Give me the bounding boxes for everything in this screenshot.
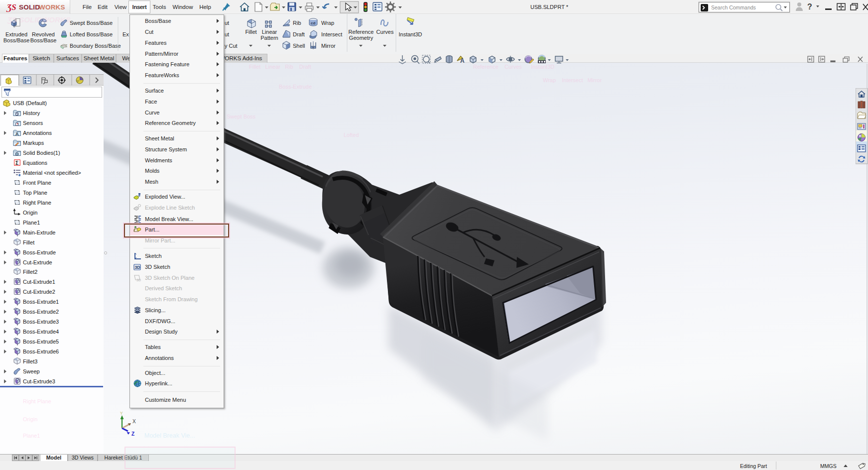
svg-text:ƷS: ƷS: [6, 2, 16, 12]
svg-text:SOLID: SOLID: [19, 3, 40, 11]
svg-text:Boundary Boss/Base: Boundary Boss/Base: [70, 43, 121, 49]
svg-text:WORKS: WORKS: [39, 3, 65, 11]
svg-text:A: A: [15, 131, 19, 136]
svg-text:Reference: Reference: [349, 29, 374, 35]
svg-text:Revolved: Revolved: [32, 31, 55, 37]
svg-text:Curves: Curves: [376, 29, 394, 35]
svg-text:Rib: Rib: [293, 20, 301, 26]
svg-text:Pattern: Pattern: [260, 35, 278, 41]
svg-text:Mirror: Mirror: [321, 43, 336, 49]
svg-text:Draft: Draft: [293, 31, 305, 37]
svg-text:cd: cd: [311, 21, 315, 25]
svg-text:Σ: Σ: [15, 160, 18, 166]
svg-text:Instant3D: Instant3D: [398, 31, 422, 37]
svg-text:Ex: Ex: [123, 31, 129, 37]
svg-text:Boss/Base: Boss/Base: [30, 37, 57, 43]
svg-text:X: X: [132, 419, 136, 424]
svg-text:Intersect: Intersect: [321, 31, 342, 37]
svg-text:Shell: Shell: [293, 43, 305, 49]
svg-text:Z: Z: [131, 431, 134, 437]
svg-text:Extruded: Extruded: [5, 31, 27, 37]
svg-text:Fillet: Fillet: [245, 29, 256, 35]
svg-text:Geometry: Geometry: [349, 35, 373, 41]
svg-text:A: A: [460, 57, 465, 64]
svg-text:Y: Y: [120, 411, 123, 416]
svg-text:3D: 3D: [136, 278, 141, 282]
svg-text:Swept Boss/Base: Swept Boss/Base: [70, 20, 113, 26]
svg-text:3D: 3D: [135, 265, 140, 270]
svg-text:Wrap: Wrap: [321, 20, 334, 26]
svg-text:?: ?: [807, 2, 812, 11]
svg-text:Linear: Linear: [262, 29, 277, 35]
svg-text:Boss/Base: Boss/Base: [3, 37, 30, 43]
svg-text:Lofted Boss/Base: Lofted Boss/Base: [70, 31, 113, 37]
